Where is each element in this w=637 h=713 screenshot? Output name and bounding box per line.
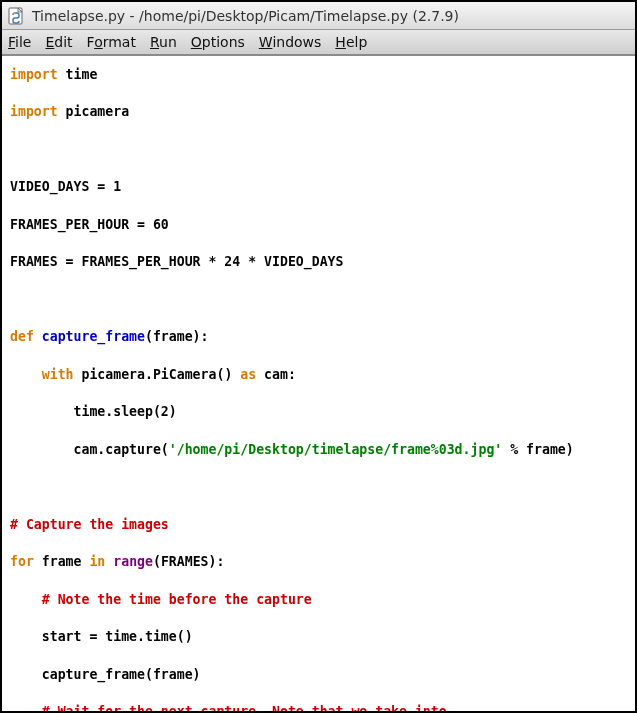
code-editor[interactable]: import time import picamera VIDEO_DAYS =… (2, 56, 635, 711)
titlebar[interactable]: Timelapse.py - /home/pi/Desktop/Picam/Ti… (2, 2, 635, 30)
menu-windows[interactable]: Windows (259, 34, 322, 50)
menu-file[interactable]: File (8, 34, 31, 50)
menu-options[interactable]: Options (191, 34, 245, 50)
menu-edit[interactable]: Edit (45, 34, 72, 50)
svg-point-1 (13, 13, 15, 15)
menu-run[interactable]: Run (150, 34, 177, 50)
window-title: Timelapse.py - /home/pi/Desktop/Picam/Ti… (32, 8, 459, 24)
python-file-icon (8, 7, 26, 25)
menu-help[interactable]: Help (335, 34, 367, 50)
menu-format[interactable]: Format (87, 34, 136, 50)
code-content: import time import picamera VIDEO_DAYS =… (10, 67, 574, 711)
menubar: File Edit Format Run Options Windows Hel… (2, 30, 635, 56)
